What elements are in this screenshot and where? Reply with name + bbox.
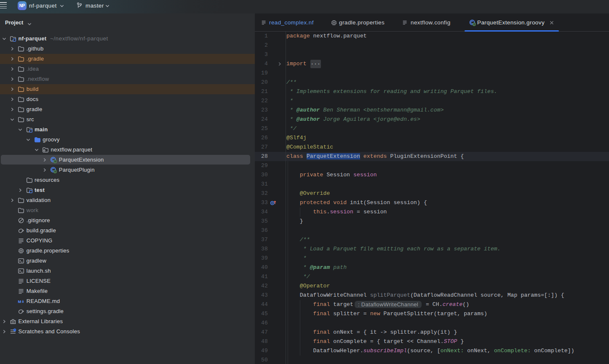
svg-text:G: G (54, 160, 56, 163)
svg-text:G: G (473, 23, 475, 26)
svg-text:G: G (54, 170, 56, 173)
svg-text:M: M (18, 299, 21, 303)
